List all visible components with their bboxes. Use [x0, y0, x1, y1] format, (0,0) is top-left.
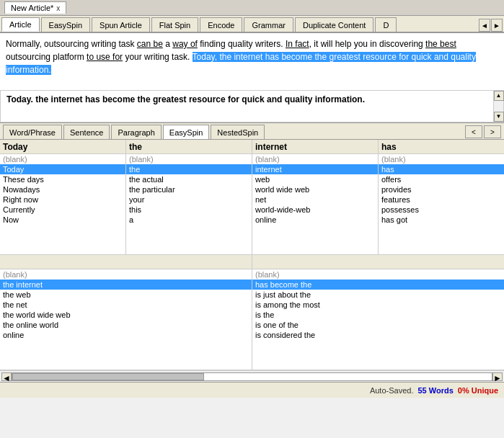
word-tab-sentence[interactable]: Sentence	[63, 125, 110, 139]
list-item[interactable]: is considered the	[252, 330, 504, 340]
close-tab-button[interactable]: x	[56, 4, 60, 12]
col-header-top-1: the	[126, 140, 252, 154]
menu-tab-easyspin[interactable]: EasySpin	[41, 17, 90, 32]
list-item[interactable]: internet	[252, 164, 378, 174]
spun-scroll-up[interactable]: ▲	[494, 91, 504, 101]
list-item[interactable]: online	[0, 330, 252, 340]
menu-tab-flat-spin[interactable]: Flat Spin	[151, 17, 198, 32]
word-tab-word-phrase[interactable]: Word/Phrase	[3, 125, 62, 139]
article-tab[interactable]: New Article* x	[4, 1, 66, 14]
list-item[interactable]: (blank)	[379, 154, 504, 164]
list-item[interactable]: is among the most	[252, 300, 504, 310]
word-tab-easyspin[interactable]: EasySpin	[163, 125, 209, 139]
col-list-top-2[interactable]: (blank)internetwebworld wide webnetworld…	[252, 154, 378, 254]
menu-tab-encode[interactable]: Encode	[200, 17, 242, 32]
list-item[interactable]: your	[126, 195, 252, 205]
col-list-bottom-0[interactable]: (blank)the internetthe webthe netthe wor…	[0, 269, 252, 370]
syn-col-bottom-0: (blank)the internetthe webthe netthe wor…	[0, 255, 252, 370]
menu-nav-prev[interactable]: ◄	[479, 19, 490, 32]
list-item[interactable]: is just about the	[252, 290, 504, 300]
list-item[interactable]: offers	[379, 174, 504, 184]
col-header-bottom-1	[252, 255, 504, 269]
list-item[interactable]: the internet	[0, 280, 252, 290]
list-item[interactable]: the particular	[126, 184, 252, 195]
syn-col-top-0: Today(blank)TodayThese daysNowadaysRight…	[0, 140, 126, 254]
col-list-top-0[interactable]: (blank)TodayThese daysNowadaysRight nowC…	[0, 154, 125, 254]
list-item[interactable]: a	[126, 215, 252, 225]
spun-preview-text: Today. the internet has become the great…	[6, 94, 365, 104]
list-item[interactable]: the net	[0, 300, 252, 310]
list-item[interactable]: net	[252, 195, 378, 205]
status-autosaved: Auto-Saved.	[370, 386, 414, 395]
list-item[interactable]: the actual	[126, 174, 252, 184]
spun-preview: Today. the internet has become the great…	[0, 91, 504, 122]
menu-tabs: Article EasySpin Spun Article Flat Spin …	[0, 16, 504, 33]
columns-area: Today(blank)TodayThese daysNowadaysRight…	[0, 140, 504, 370]
col-header-bottom-0	[0, 255, 252, 269]
col-list-top-3[interactable]: (blank)hasoffersprovidesfeaturespossesse…	[379, 154, 504, 254]
h-scroll-left[interactable]: ◄	[1, 372, 12, 381]
list-item[interactable]: the	[126, 164, 252, 174]
list-item[interactable]: possesses	[379, 205, 504, 215]
list-item[interactable]: (blank)	[0, 269, 252, 280]
title-bar: New Article* x	[0, 0, 504, 16]
list-item[interactable]: is the	[252, 310, 504, 320]
list-item[interactable]: online	[252, 215, 378, 225]
menu-tab-duplicate[interactable]: Duplicate Content	[295, 17, 373, 32]
h-scroll-bar[interactable]	[12, 372, 492, 381]
list-item[interactable]: world-wide-web	[252, 205, 378, 215]
list-item[interactable]: (blank)	[252, 269, 504, 280]
word-tab-nestedspin[interactable]: NestedSpin	[211, 125, 265, 139]
syn-col-top-2: internet(blank)internetwebworld wide web…	[252, 140, 379, 254]
list-item[interactable]: the web	[0, 290, 252, 300]
list-item[interactable]: this	[126, 205, 252, 215]
status-words: 55 Words	[417, 386, 453, 395]
list-item[interactable]: web	[252, 174, 378, 184]
spun-preview-scrollbar: ▲ ▼	[493, 91, 503, 122]
h-scroll-area[interactable]: ◄ ►	[0, 370, 504, 382]
h-scroll-right[interactable]: ►	[492, 372, 503, 381]
word-nav-prev[interactable]: <	[465, 125, 482, 138]
col-header-top-0: Today	[0, 140, 125, 154]
menu-tab-spun-article[interactable]: Spun Article	[92, 17, 150, 32]
status-unique: 0% Unique	[458, 386, 498, 395]
list-item[interactable]: has got	[379, 215, 504, 225]
h-scroll-thumb	[12, 373, 204, 380]
list-item[interactable]: features	[379, 195, 504, 205]
syn-col-bottom-1: (blank)has become theis just about theis…	[252, 255, 504, 370]
list-item[interactable]: has	[379, 164, 504, 174]
list-item[interactable]: Now	[0, 215, 125, 225]
list-item[interactable]: These days	[0, 174, 125, 184]
list-item[interactable]: provides	[379, 184, 504, 195]
word-tab-paragraph[interactable]: Paragraph	[111, 125, 161, 139]
status-bar: Auto-Saved. 55 Words 0% Unique	[0, 382, 504, 398]
menu-nav-next[interactable]: ►	[491, 19, 503, 32]
list-item[interactable]: is one of the	[252, 320, 504, 330]
menu-tab-grammar[interactable]: Grammar	[244, 17, 293, 32]
list-item[interactable]: world wide web	[252, 184, 378, 195]
col-header-top-3: has	[379, 140, 504, 154]
list-item[interactable]: (blank)	[252, 154, 378, 164]
col-list-bottom-1[interactable]: (blank)has become theis just about theis…	[252, 269, 504, 370]
syn-col-top-1: the(blank)thethe actualthe particularyou…	[126, 140, 252, 254]
list-item[interactable]: the online world	[0, 320, 252, 330]
list-item[interactable]: (blank)	[126, 154, 252, 164]
spun-scroll-down[interactable]: ▼	[494, 112, 504, 122]
list-item[interactable]: Nowadays	[0, 184, 125, 195]
article-tab-label: New Article*	[11, 4, 53, 12]
menu-tab-d[interactable]: D	[375, 17, 397, 32]
syn-col-top-3: has(blank)hasoffersprovidesfeaturesposse…	[379, 140, 504, 254]
columns-top-row: Today(blank)TodayThese daysNowadaysRight…	[0, 140, 504, 255]
menu-tab-nav: ◄ ►	[479, 19, 503, 32]
article-text[interactable]: Normally, outsourcing writing task can b…	[0, 33, 504, 91]
list-item[interactable]: has become the	[252, 280, 504, 290]
list-item[interactable]: Right now	[0, 195, 125, 205]
list-item[interactable]: (blank)	[0, 154, 125, 164]
list-item[interactable]: Currently	[0, 205, 125, 215]
word-nav-next[interactable]: >	[484, 125, 501, 138]
list-item[interactable]: Today	[0, 164, 125, 174]
list-item[interactable]: the world wide web	[0, 310, 252, 320]
menu-tab-article[interactable]: Article	[1, 17, 40, 32]
word-tab-nav: < >	[465, 125, 501, 138]
col-list-top-1[interactable]: (blank)thethe actualthe particularyourth…	[126, 154, 252, 254]
